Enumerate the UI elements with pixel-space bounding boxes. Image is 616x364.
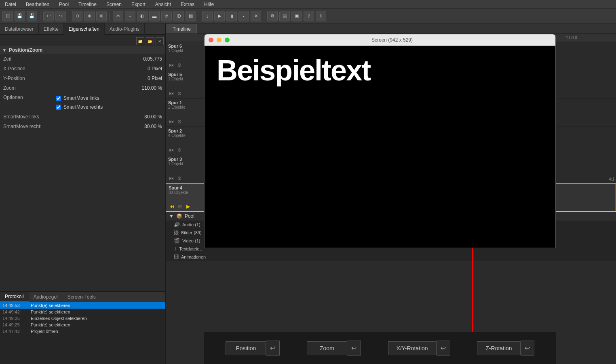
prop-open-icon[interactable]: 📂 — [146, 37, 154, 45]
tab-eigenschaften[interactable]: Eigenschaften — [64, 23, 105, 35]
menu-bearbeiten[interactable]: Bearbeiten — [24, 2, 51, 7]
tb-redo[interactable]: ↪ — [55, 11, 66, 21]
checkbox-smartmove-rechts[interactable]: SmartMove rechts — [56, 103, 106, 111]
track-skip-2[interactable]: ⊘ — [176, 147, 183, 153]
tb-arrow[interactable]: → — [125, 11, 135, 21]
log-tab-audiopegel[interactable]: Audiopegel — [29, 292, 63, 302]
log-msg-2: Einzelnes Objekt selektieren — [31, 316, 87, 321]
tb-cut[interactable]: ✂ — [113, 11, 123, 21]
menu-timeline[interactable]: Timeline — [77, 2, 98, 7]
track-prev-4[interactable]: ⏮ — [169, 203, 175, 210]
tb-list[interactable]: ▤ — [279, 11, 290, 21]
tb-undo[interactable]: ↩ — [43, 11, 54, 21]
ctrl-reset-zoom[interactable]: ↩ — [347, 341, 361, 356]
track-expand-4[interactable]: ▶ — [185, 203, 191, 210]
left-panel: Dateibrowser Effekte Eigenschaften Audio… — [0, 23, 166, 364]
prop-close-icon[interactable]: ✕ — [156, 37, 164, 45]
tb-monitor[interactable]: ▣ — [291, 11, 302, 21]
track-name-1: Spur 1 — [168, 100, 203, 105]
tb-stop[interactable]: ▪ — [238, 11, 249, 21]
tb-hash[interactable]: # — [161, 11, 172, 21]
pool-bilder-icon: 🖼 — [174, 230, 179, 236]
prop-value-sm-rechts[interactable]: 30.00 % — [56, 124, 162, 129]
track-prev-3[interactable]: ⏮ — [168, 175, 175, 181]
tb-info[interactable]: ℹ — [316, 11, 326, 21]
win-btn-min[interactable] — [217, 38, 222, 42]
checkbox-input-rechts[interactable] — [56, 105, 61, 110]
track-count-5: 1 Objekt — [168, 77, 203, 81]
track-prev-5[interactable]: ⏮ — [168, 90, 175, 97]
log-entry-4[interactable]: 14:47:42 Projekt öffnen — [0, 328, 165, 335]
tb-target[interactable]: ⦿ — [173, 11, 184, 21]
track-skip-6[interactable]: ⊘ — [176, 62, 183, 68]
menu-screen[interactable]: Screen — [105, 2, 123, 7]
tab-dateibrowser[interactable]: Dateibrowser — [0, 23, 39, 35]
prop-value-ypos[interactable]: 0 Pixel — [56, 76, 162, 81]
ctrl-label-z-rotation: Z-Rotation — [477, 341, 520, 355]
tb-save1[interactable]: 💾 — [15, 11, 25, 21]
prop-value-sm-links[interactable]: 30.00 % — [56, 114, 162, 120]
log-tab-protokoll[interactable]: Protokoll — [0, 292, 29, 302]
prop-label-zoom: Zoom — [3, 85, 56, 91]
pool-arrow: ▼ — [169, 213, 174, 219]
pool-item-anim[interactable]: 🎞 Animationen — [166, 253, 616, 261]
log-entry-1[interactable]: 14:49:42 Punkt(e) selektieren — [0, 309, 165, 315]
track-prev-6[interactable]: ⏮ — [168, 62, 175, 68]
tb-zoom-in[interactable]: ⊕ — [84, 11, 95, 21]
tb-zoom-fit[interactable]: ⊕ — [96, 11, 107, 21]
track-skip-4[interactable]: ⊘ — [177, 203, 183, 210]
menu-pool[interactable]: Pool — [57, 2, 70, 7]
log-msg-4: Projekt öffnen — [31, 329, 58, 334]
prop-label-zeit: Zeit — [3, 56, 56, 62]
track-skip-3[interactable]: ⊘ — [176, 175, 183, 181]
tb-new[interactable]: ⊞ — [2, 11, 13, 21]
track-prev-2[interactable]: ⏮ — [168, 147, 175, 153]
prop-value-zeit[interactable]: 0:05.775 — [56, 56, 162, 62]
menu-export[interactable]: Export — [130, 2, 147, 7]
tb-rect[interactable]: ▬ — [149, 11, 160, 21]
prop-folder-icon[interactable]: 📁 — [136, 37, 144, 45]
log-entry-0[interactable]: 14:49:53 Punkt(e) selektieren — [0, 302, 165, 309]
pool-video-icon: 🎬 — [174, 238, 180, 244]
log-tab-screen-tools[interactable]: Screen-Tools — [63, 292, 101, 302]
prop-value-zoom[interactable]: 110.00 % — [56, 85, 162, 91]
tab-audio-plugins[interactable]: Audio-Plugins — [105, 23, 145, 35]
ctrl-group-position: Position ↩ — [226, 341, 280, 356]
win-btn-close[interactable] — [209, 38, 213, 42]
log-entry-3[interactable]: 14:49:25 Punkt(e) selektieren — [0, 322, 165, 328]
log-msg-3: Punkt(e) selektieren — [31, 322, 70, 327]
position-zoom-section[interactable]: ▼ Position/Zoom — [0, 46, 165, 54]
tab-timeline[interactable]: Timeline — [167, 24, 197, 34]
screen-title: Screen (942 x 529) — [233, 37, 551, 43]
menu-ansicht[interactable]: Ansicht — [154, 2, 173, 7]
log-entry-2[interactable]: 14:49:25 Einzelnes Objekt selektieren — [0, 315, 165, 322]
tb-play[interactable]: ▶ — [214, 11, 225, 21]
tb-help[interactable]: ? — [304, 11, 314, 21]
track-skip-1[interactable]: ⊘ — [176, 118, 183, 125]
win-btn-max[interactable] — [225, 38, 230, 42]
pool-text-icon: T — [174, 246, 177, 252]
tb-grid[interactable]: ▧ — [186, 11, 196, 21]
tb-down[interactable]: ↓ — [202, 11, 213, 21]
track-skip-5[interactable]: ⊘ — [176, 90, 183, 97]
track-prev-1[interactable]: ⏮ — [168, 118, 175, 125]
menu-extras[interactable]: Extras — [179, 2, 196, 7]
ctrl-reset-z-rotation[interactable]: ↩ — [521, 341, 534, 356]
tb-circle[interactable]: ◐ — [137, 11, 148, 21]
screen-content: Beispieltext — [205, 46, 555, 248]
prop-value-xpos[interactable]: 0 Pixel — [56, 66, 162, 72]
ctrl-reset-xy-rotation[interactable]: ↩ — [437, 341, 450, 356]
tb-zoom-out[interactable]: ⊖ — [72, 11, 82, 21]
checkbox-smartmove-links[interactable]: SmartMove links — [56, 95, 106, 102]
checkbox-input-links[interactable] — [56, 96, 61, 101]
tb-settings[interactable]: ⚙ — [267, 11, 278, 21]
menu-hilfe[interactable]: Hilfe — [203, 2, 215, 7]
tab-effekte[interactable]: Effekte — [39, 23, 64, 35]
track-controls-3: ⏮ ⊘ — [168, 175, 203, 181]
menu-datei[interactable]: Datei — [3, 2, 18, 7]
tb-pause[interactable]: ⏸ — [226, 11, 237, 21]
ctrl-reset-position[interactable]: ↩ — [266, 341, 280, 356]
tb-save2[interactable]: 💾 — [27, 11, 37, 21]
tb-close[interactable]: ✕ — [251, 11, 261, 21]
screen-preview-text: Beispieltext — [217, 54, 370, 87]
